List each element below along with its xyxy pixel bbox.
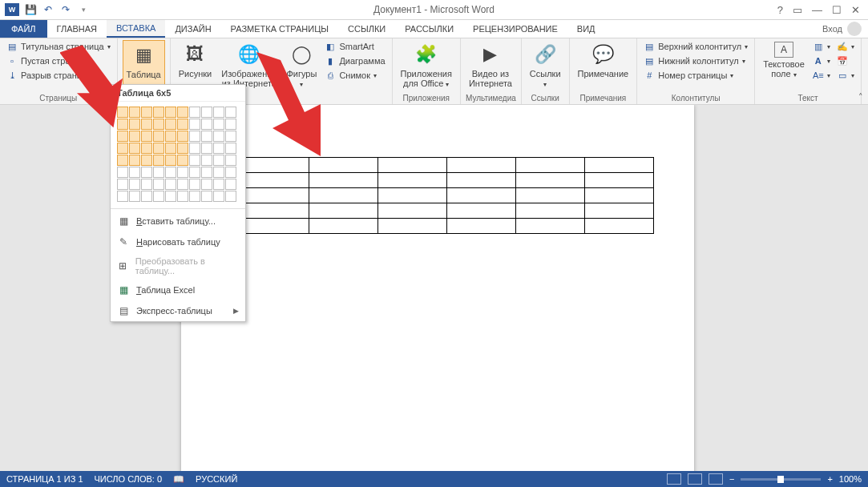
status-language[interactable]: РУССКИЙ xyxy=(196,474,237,484)
status-words[interactable]: ЧИСЛО СЛОВ: 0 xyxy=(95,474,163,484)
grid-cell[interactable] xyxy=(141,107,152,118)
object-button[interactable]: ▭▾ xyxy=(835,69,856,82)
grid-cell[interactable] xyxy=(141,119,152,130)
sign-in[interactable]: Вход xyxy=(822,20,868,38)
zoom-slider[interactable] xyxy=(741,478,821,481)
shapes-button[interactable]: ◯Фигуры▾ xyxy=(283,40,320,91)
grid-cell[interactable] xyxy=(165,143,176,154)
grid-cell[interactable] xyxy=(153,131,164,142)
page-number-button[interactable]: #Номер страницы▾ xyxy=(642,69,749,82)
signature-button[interactable]: ✍▾ xyxy=(835,40,856,53)
grid-cell[interactable] xyxy=(177,179,188,190)
grid-cell[interactable] xyxy=(225,179,236,190)
grid-cell[interactable] xyxy=(177,191,188,202)
excel-table-menu-item[interactable]: ▦Таблица Excel xyxy=(111,280,245,300)
grid-cell[interactable] xyxy=(117,143,128,154)
grid-cell[interactable] xyxy=(165,179,176,190)
online-pictures-button[interactable]: 🌐Изображенияиз Интернета xyxy=(218,40,280,90)
comment-button[interactable]: 💬Примечание xyxy=(575,40,632,80)
grid-cell[interactable] xyxy=(189,191,200,202)
grid-cell[interactable] xyxy=(165,191,176,202)
grid-cell[interactable] xyxy=(225,143,236,154)
tab-references[interactable]: ССЫЛКИ xyxy=(338,20,395,38)
tab-file[interactable]: ФАЙЛ xyxy=(0,20,47,38)
insert-table-menu-item[interactable]: ▦Вставить таблицу... xyxy=(111,211,245,231)
close-icon[interactable]: ✕ xyxy=(851,4,860,16)
grid-cell[interactable] xyxy=(177,131,188,142)
grid-cell[interactable] xyxy=(153,143,164,154)
grid-cell[interactable] xyxy=(129,191,140,202)
pictures-button[interactable]: 🖼Рисунки xyxy=(176,40,216,80)
grid-cell[interactable] xyxy=(165,167,176,178)
view-web-icon[interactable] xyxy=(709,473,723,485)
grid-cell[interactable] xyxy=(141,155,152,166)
view-read-icon[interactable] xyxy=(667,473,681,485)
quickparts-button[interactable]: ▥▾ xyxy=(811,40,832,53)
grid-cell[interactable] xyxy=(189,179,200,190)
apps-button[interactable]: 🧩Приложениядля Office ▾ xyxy=(398,40,455,91)
grid-cell[interactable] xyxy=(141,191,152,202)
ribbon-display-options-icon[interactable]: ▭ xyxy=(793,4,802,16)
grid-cell[interactable] xyxy=(129,107,140,118)
grid-cell[interactable] xyxy=(117,179,128,190)
grid-cell[interactable] xyxy=(213,119,224,130)
grid-cell[interactable] xyxy=(189,131,200,142)
screenshot-button[interactable]: ⎙Снимок▾ xyxy=(323,69,386,82)
status-page[interactable]: СТРАНИЦА 1 ИЗ 1 xyxy=(6,474,83,484)
grid-cell[interactable] xyxy=(165,155,176,166)
grid-cell[interactable] xyxy=(129,167,140,178)
datetime-button[interactable]: 📅 xyxy=(835,54,856,67)
grid-cell[interactable] xyxy=(201,191,212,202)
grid-cell[interactable] xyxy=(153,167,164,178)
online-video-button[interactable]: ▶Видео изИнтернета xyxy=(466,40,515,90)
title-page-button[interactable]: ▤Титульная страница▾ xyxy=(5,40,112,53)
redo-icon[interactable]: ↷ xyxy=(59,3,72,16)
grid-cell[interactable] xyxy=(201,143,212,154)
grid-cell[interactable] xyxy=(189,155,200,166)
grid-cell[interactable] xyxy=(177,167,188,178)
dropcap-button[interactable]: A≡▾ xyxy=(811,69,832,82)
grid-cell[interactable] xyxy=(213,191,224,202)
grid-cell[interactable] xyxy=(153,191,164,202)
grid-cell[interactable] xyxy=(117,119,128,130)
grid-cell[interactable] xyxy=(165,131,176,142)
grid-cell[interactable] xyxy=(201,107,212,118)
grid-cell[interactable] xyxy=(201,179,212,190)
grid-cell[interactable] xyxy=(129,143,140,154)
grid-cell[interactable] xyxy=(129,119,140,130)
textbox-button[interactable]: AТекстовоеполе ▾ xyxy=(760,40,808,82)
grid-cell[interactable] xyxy=(225,167,236,178)
insert-table-grid[interactable] xyxy=(111,102,245,207)
blank-page-button[interactable]: ▫Пустая страница xyxy=(5,54,112,67)
smartart-button[interactable]: ◧SmartArt xyxy=(323,40,386,53)
quick-tables-menu-item[interactable]: ▤Экспресс-таблицы▶ xyxy=(111,300,245,321)
grid-cell[interactable] xyxy=(141,179,152,190)
grid-cell[interactable] xyxy=(189,143,200,154)
grid-cell[interactable] xyxy=(225,155,236,166)
document-page[interactable] xyxy=(181,105,694,471)
grid-cell[interactable] xyxy=(189,119,200,130)
grid-cell[interactable] xyxy=(213,179,224,190)
grid-cell[interactable] xyxy=(225,131,236,142)
grid-cell[interactable] xyxy=(177,143,188,154)
tab-mailings[interactable]: РАССЫЛКИ xyxy=(395,20,463,38)
tab-home[interactable]: ГЛАВНАЯ xyxy=(47,20,107,38)
tab-insert[interactable]: ВСТАВКА xyxy=(107,20,165,38)
grid-cell[interactable] xyxy=(129,179,140,190)
inserted-table[interactable] xyxy=(240,157,654,234)
view-print-icon[interactable] xyxy=(688,473,702,485)
grid-cell[interactable] xyxy=(129,155,140,166)
tab-design[interactable]: ДИЗАЙН xyxy=(165,20,220,38)
grid-cell[interactable] xyxy=(165,119,176,130)
grid-cell[interactable] xyxy=(141,167,152,178)
grid-cell[interactable] xyxy=(213,167,224,178)
grid-cell[interactable] xyxy=(153,119,164,130)
tab-view[interactable]: ВИД xyxy=(567,20,605,38)
grid-cell[interactable] xyxy=(177,155,188,166)
grid-cell[interactable] xyxy=(189,167,200,178)
footer-button[interactable]: ▤Нижний колонтитул▾ xyxy=(642,54,749,67)
grid-cell[interactable] xyxy=(153,179,164,190)
undo-icon[interactable]: ↶ xyxy=(42,3,55,16)
grid-cell[interactable] xyxy=(201,167,212,178)
grid-cell[interactable] xyxy=(201,131,212,142)
